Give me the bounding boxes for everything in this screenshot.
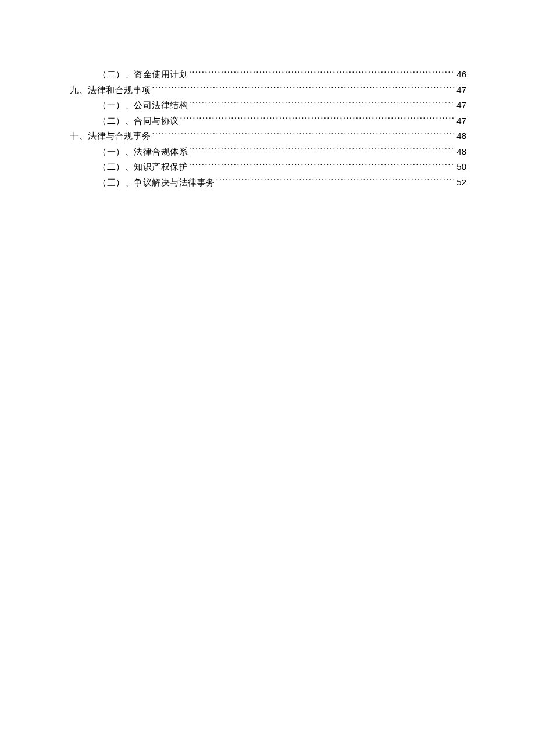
toc-entry: 九、法律和合规事项 47 [70, 83, 466, 98]
toc-page-number: 50 [456, 159, 466, 174]
toc-page-number: 52 [456, 175, 466, 190]
toc-label: （二）、资金使用计划 [98, 67, 188, 83]
toc-leader-dots [216, 177, 456, 185]
toc-page-number: 47 [456, 98, 466, 113]
toc-leader-dots [180, 115, 456, 124]
document-page: （二）、资金使用计划 46 九、法律和合规事项 47 （一）、公司法律结构 47… [0, 0, 535, 190]
toc-leader-dots [189, 161, 455, 170]
toc-label: （一）、公司法律结构 [98, 98, 188, 113]
toc-label: （二）、合同与协议 [98, 114, 179, 129]
toc-label: （三）、争议解决与法律事务 [98, 175, 215, 191]
toc-leader-dots [152, 130, 456, 139]
toc-leader-dots [152, 84, 456, 93]
toc-page-number: 48 [456, 144, 466, 159]
toc-entry: （一）、法律合规体系 48 [70, 144, 466, 160]
toc-leader-dots [189, 69, 455, 77]
toc-entry: 十、法律与合规事务 48 [70, 128, 466, 144]
toc-page-number: 46 [456, 67, 466, 82]
toc-label: 十、法律与合规事务 [70, 129, 151, 144]
toc-entry: （二）、知识产权保护 50 [70, 159, 466, 175]
toc-label: （二）、知识产权保护 [98, 160, 188, 175]
toc-page-number: 47 [456, 113, 466, 128]
toc-entry: （二）、资金使用计划 46 [70, 67, 466, 83]
toc-entry: （三）、争议解决与法律事务 52 [70, 175, 466, 191]
toc-label: （一）、法律合规体系 [98, 145, 188, 160]
toc-page-number: 48 [456, 128, 466, 144]
toc-label: 九、法律和合规事项 [70, 83, 151, 98]
toc-leader-dots [189, 146, 455, 155]
toc-entry: （一）、公司法律结构 47 [70, 98, 466, 113]
toc-entry: （二）、合同与协议 47 [70, 113, 466, 129]
toc-leader-dots [189, 99, 455, 108]
toc-page-number: 47 [456, 83, 466, 98]
